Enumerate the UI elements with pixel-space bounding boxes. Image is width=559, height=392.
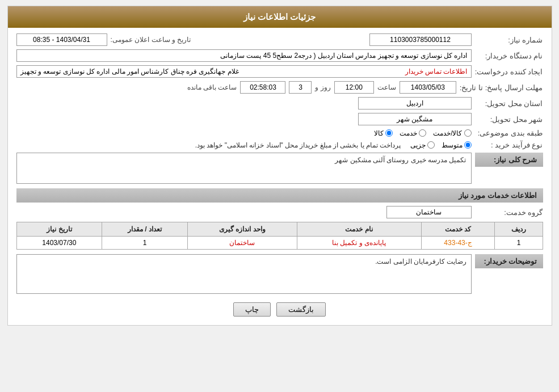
need-description-value: تکمیل مدرسه خیری روستای آلنی مشکین شهر <box>16 153 472 184</box>
province-value: اردبیل <box>358 97 472 109</box>
process-radio-jozii[interactable] <box>427 141 435 149</box>
need-number-value: 1103003785000112 <box>369 33 472 46</box>
creator-row: ایجاد کننده درخواست: اطلاعات تماس خریدار… <box>16 65 543 78</box>
province-row: استان محل تحویل: اردبیل <box>16 97 543 109</box>
print-button[interactable]: چاپ <box>233 302 271 317</box>
col-row-num: ردیف <box>495 222 543 237</box>
process-row: نوع فرآیند خرید : متوسط جزیی پرداخت تمام… <box>16 141 543 149</box>
creator-value-box: اطلاعات تماس خریدار غلام جهانگیری فره چن… <box>16 65 472 78</box>
cell-quantity: 1 <box>102 237 188 250</box>
cell-unit: ساختمان <box>187 237 297 250</box>
cell-service-name: پایانده‌ی و تکمیل بنا <box>297 237 421 250</box>
cell-date: 1403/07/30 <box>16 237 102 250</box>
city-value: مشگین شهر <box>358 113 472 125</box>
reply-date: 1403/05/03 <box>400 81 456 94</box>
remaining-label: ساعت باقی مانده <box>187 83 237 91</box>
buyer-notes-row: توضیحات خریدار: رضایت کارفرمایان الزامی … <box>16 254 543 296</box>
buyer-notes-container: رضایت کارفرمایان الزامی است. <box>16 254 472 296</box>
need-description-row: شرح کلی نیاز: تکمیل مدرسه خیری روستای آل… <box>16 153 543 184</box>
category-row: طبقه بندی موضوعی: کالا/خدمت خدمت کالا <box>16 129 543 137</box>
services-section-title: اطلاعات خدمات مورد نیاز <box>16 188 543 203</box>
cell-service-code: ج-43-433 <box>421 237 495 250</box>
buyer-notes-section-title: توضیحات خریدار: <box>475 254 543 268</box>
reply-day-label: روز و <box>315 83 330 91</box>
category-option-3: کالا/خدمت <box>433 129 471 137</box>
cell-row-num: 1 <box>495 237 543 250</box>
need-description-section-title: شرح کلی نیاز: <box>475 153 543 167</box>
category-radio-kala[interactable] <box>385 129 393 137</box>
back-button[interactable]: بازگشت <box>276 302 326 317</box>
category-label: طبقه بندی موضوعی: <box>475 129 543 137</box>
reply-time: 12:00 <box>334 81 374 94</box>
col-date: تاریخ نیاز <box>16 222 102 237</box>
category-option-2: خدمت <box>400 129 426 137</box>
announcement-datetime-value: 1403/04/31 - 08:35 <box>16 33 107 46</box>
need-number-row: شماره نیاز: 1103003785000112 تاریخ و ساع… <box>16 33 543 46</box>
need-number-label: شماره نیاز: <box>475 36 543 44</box>
col-service-code: کد خدمت <box>421 222 495 237</box>
buttons-row: بازگشت چاپ <box>16 302 543 317</box>
col-service-name: نام خدمت <box>297 222 421 237</box>
main-container: جزئیات اطلاعات نیاز شماره نیاز: 11030037… <box>7 6 552 326</box>
remaining-time: 02:58:03 <box>240 81 285 94</box>
table-row: 1 ج-43-433 پایانده‌ی و تکمیل بنا ساختمان… <box>16 237 543 250</box>
services-table: ردیف کد خدمت نام خدمت واحد اندازه گیری ت… <box>16 222 543 250</box>
category-radio-group: کالا/خدمت خدمت کالا <box>374 129 471 137</box>
process-radio-group: متوسط جزیی <box>410 141 472 149</box>
service-group-label: گروه خدمت: <box>475 208 543 217</box>
announcement-datetime-label: تاریخ و ساعت اعلان عمومی: <box>111 36 191 44</box>
page-title: جزئیات اطلاعات نیاز <box>243 12 316 22</box>
creator-value: غلام جهانگیری فره چناق کارشناس امور مالی… <box>20 68 239 75</box>
table-header-row: ردیف کد خدمت نام خدمت واحد اندازه گیری ت… <box>16 222 543 237</box>
province-label: استان محل تحویل: <box>475 99 543 108</box>
page-header: جزئیات اطلاعات نیاز <box>8 6 552 28</box>
category-option-1: کالا <box>374 129 393 137</box>
city-row: شهر محل تحویل: مشگین شهر <box>16 113 543 125</box>
creator-label: ایجاد کننده درخواست: <box>475 68 543 76</box>
process-radio-motavasset[interactable] <box>464 141 472 149</box>
reply-deadline-row: مهلت ارسال پاسخ: تا تاریخ: 1403/05/03 سا… <box>16 81 543 94</box>
reply-deadline-label: مهلت ارسال پاسخ: تا تاریخ: <box>460 83 543 92</box>
buyer-notes-textarea[interactable] <box>16 254 472 294</box>
col-unit: واحد اندازه گیری <box>187 222 297 237</box>
col-quantity: تعداد / مقدار <box>102 222 188 237</box>
buyer-org-row: نام دستگاه خریدار: اداره کل نوسازی توسعه… <box>16 49 543 62</box>
contact-link[interactable]: اطلاعات تماس خریدار <box>405 68 468 75</box>
service-group-value: ساختمان <box>386 206 472 218</box>
process-option-1: جزیی <box>410 141 435 149</box>
category-radio-khadmat[interactable] <box>419 129 426 137</box>
buyer-org-value: اداره کل نوسازی توسعه و تجهیز مدارس استا… <box>16 49 472 62</box>
content-area: شماره نیاز: 1103003785000112 تاریخ و ساع… <box>8 28 552 325</box>
buyer-org-label: نام دستگاه خریدار: <box>475 52 543 60</box>
process-label: نوع فرآیند خرید : <box>475 141 543 149</box>
process-note: پرداخت تمام یا بخشی از مبلغ خریداز محل "… <box>195 141 401 149</box>
city-label: شهر محل تحویل: <box>475 115 543 124</box>
service-group-row: گروه خدمت: ساختمان <box>16 206 543 218</box>
category-radio-khadmat-kala[interactable] <box>464 129 472 137</box>
reply-days: 3 <box>289 81 312 94</box>
process-option-2: متوسط <box>442 141 472 149</box>
reply-time-label: ساعت <box>377 83 396 91</box>
